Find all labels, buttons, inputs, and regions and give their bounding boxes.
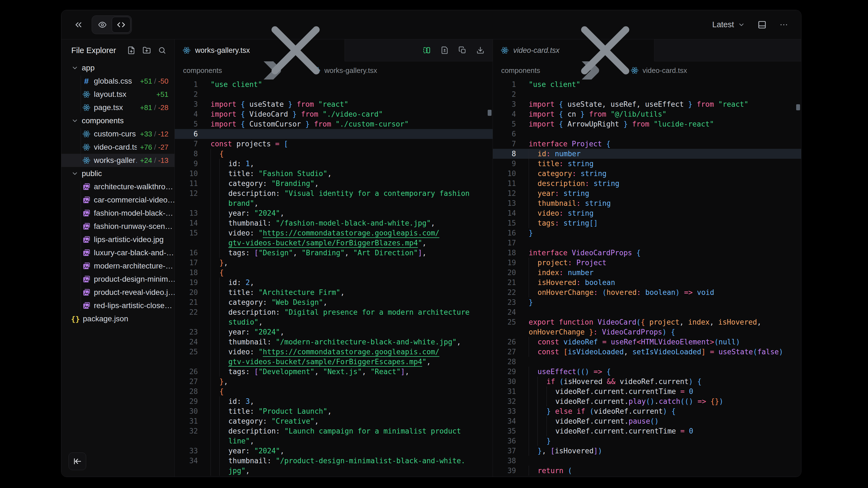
more-options-button[interactable]: [779, 20, 788, 29]
code-line: 31 videoRef.current.currentTime = 0: [493, 387, 801, 396]
tree-row-6[interactable]: video-card.tsx+76 / -27: [61, 140, 175, 154]
code-toggle-button[interactable]: [112, 17, 130, 33]
chevron-down-icon: [71, 64, 79, 71]
tree-row-8[interactable]: public: [61, 167, 175, 180]
tree-row-7[interactable]: works-galler…+24 / -13: [61, 154, 175, 167]
scrollbar-thumb[interactable]: [796, 104, 800, 110]
line-number: [175, 357, 198, 367]
app-window: Latest File Explorer app#globals.css+51 …: [61, 10, 801, 477]
react-icon: [82, 156, 91, 164]
line-number: [175, 317, 198, 327]
line-number: 30: [493, 377, 516, 387]
file-explorer-sidebar: File Explorer app#globals.css+51 / -50la…: [61, 39, 175, 477]
code-line: 3import { useState } from "react": [175, 99, 493, 109]
line-number: 2: [175, 89, 198, 99]
diff-badge: +81 / -28: [140, 103, 175, 112]
line-number: 23: [493, 297, 516, 307]
file-explorer-header: File Explorer: [61, 39, 175, 61]
tab-works-gallery.tsx[interactable]: works-gallery.tsx: [175, 39, 345, 61]
new-folder-button[interactable]: [143, 46, 151, 55]
tree-row-9[interactable]: architecture-walkthro…: [61, 180, 175, 193]
tree-row-19[interactable]: {}package.json: [61, 312, 175, 325]
line-number: 22: [175, 307, 198, 317]
close-icon[interactable]: [254, 10, 337, 92]
code-line: 12 description: "Visual identity for a c…: [175, 189, 493, 198]
code-line: 35 videoRef.current.currentTime = 0: [493, 426, 801, 436]
download-button[interactable]: [476, 46, 484, 54]
code-line: 33 } else if (videoRef.current) {: [493, 406, 801, 416]
tree-row-15[interactable]: modern-architecture-…: [61, 259, 175, 272]
tree-row-1[interactable]: #globals.css+51 / -50: [61, 74, 175, 88]
line-number: 15: [175, 228, 198, 238]
file-plus-icon: [127, 46, 135, 55]
new-file-button[interactable]: [127, 46, 135, 55]
close-icon[interactable]: [564, 10, 647, 92]
tree-row-4[interactable]: components: [61, 114, 175, 127]
file-diff-button[interactable]: [441, 46, 448, 54]
preview-toggle-button[interactable]: [93, 17, 112, 33]
code-line: 24: [493, 307, 801, 317]
code-line: 28: [493, 357, 801, 367]
file-tree: app#globals.css+51 / -50layout.tsx+51pag…: [61, 61, 175, 325]
chevron-down-icon: [71, 170, 79, 177]
panel-layout-button[interactable]: [757, 20, 767, 29]
code-line: 23}: [493, 297, 801, 307]
tree-row-14[interactable]: luxury-car-black-and-…: [61, 246, 175, 259]
image-icon: [82, 209, 91, 217]
version-dropdown[interactable]: Latest: [712, 20, 745, 29]
code-line: 17: [493, 238, 801, 248]
tree-row-16[interactable]: product-design-minim…: [61, 272, 175, 286]
download-icon: [476, 46, 484, 54]
search-icon: [158, 46, 166, 55]
css-icon: #: [82, 76, 91, 86]
tab-video-card.tsx[interactable]: video-card.tsx: [493, 39, 654, 61]
code-line: 39 return (: [493, 466, 801, 476]
search-button[interactable]: [158, 46, 166, 55]
line-number: 20: [175, 288, 198, 297]
code-line: 11 category: "Branding",: [175, 178, 493, 189]
code-line: 7const projects = [: [175, 139, 493, 149]
code-editor-right[interactable]: 1"use client"23import { useState, useRef…: [493, 79, 801, 477]
breadcrumb-file: video-card.tsx: [643, 66, 687, 75]
line-number: 6: [493, 129, 516, 139]
copy-button[interactable]: [459, 46, 466, 54]
line-number: 9: [493, 159, 516, 169]
tree-row-18[interactable]: red-lips-artistic-close…: [61, 299, 175, 312]
tree-row-2[interactable]: layout.tsx+51: [61, 88, 175, 101]
collapse-left-icon: [73, 457, 82, 466]
tree-row-5[interactable]: custom-curs…+33 / -12: [61, 127, 175, 140]
tab-label: works-gallery.tsx: [195, 46, 250, 55]
code-line: 1"use client": [493, 79, 801, 89]
line-number: 21: [175, 297, 198, 307]
image-icon: [82, 249, 91, 257]
line-number: 31: [175, 416, 198, 426]
split-view-button[interactable]: [423, 46, 431, 54]
tree-row-17[interactable]: product-reveal-video.j…: [61, 286, 175, 299]
breadcrumb-right[interactable]: componentsvideo-card.tsx: [493, 61, 801, 79]
code-line: 20 title: "Architecture Firm",: [175, 288, 493, 297]
tree-row-12[interactable]: fashion-runway-scen…: [61, 220, 175, 233]
code-icon: [117, 21, 125, 29]
line-number: 4: [493, 109, 516, 119]
code-editor-left[interactable]: 1"use client"23import { useState } from …: [175, 79, 493, 477]
code-line: 3import { useState, useRef, useEffect } …: [493, 99, 801, 109]
tree-row-13[interactable]: lips-artistic-video.jpg: [61, 233, 175, 246]
tree-row-3[interactable]: page.tsx+81 / -28: [61, 101, 175, 114]
line-number: 27: [493, 347, 516, 357]
line-number: 25: [175, 347, 198, 357]
tree-item-label: luxury-car-black-and-…: [94, 249, 175, 257]
tree-row-0[interactable]: app: [61, 61, 175, 74]
top-toolbar: Latest: [61, 10, 801, 39]
code-line: 13 thumbnail: string: [493, 198, 801, 208]
line-number: 5: [493, 119, 516, 129]
collapse-panel-button[interactable]: [73, 20, 83, 30]
line-number: 33: [493, 406, 516, 416]
line-number: 23: [175, 327, 198, 337]
scrollbar-thumb[interactable]: [488, 110, 492, 116]
tree-row-11[interactable]: fashion-model-black-…: [61, 206, 175, 220]
tree-row-10[interactable]: car-commercial-video…: [61, 193, 175, 206]
code-line: 4import { cn } from "@/lib/utils": [493, 109, 801, 119]
collapse-sidebar-button[interactable]: [68, 453, 86, 470]
line-number: 11: [175, 178, 198, 189]
line-number: 32: [175, 426, 198, 436]
